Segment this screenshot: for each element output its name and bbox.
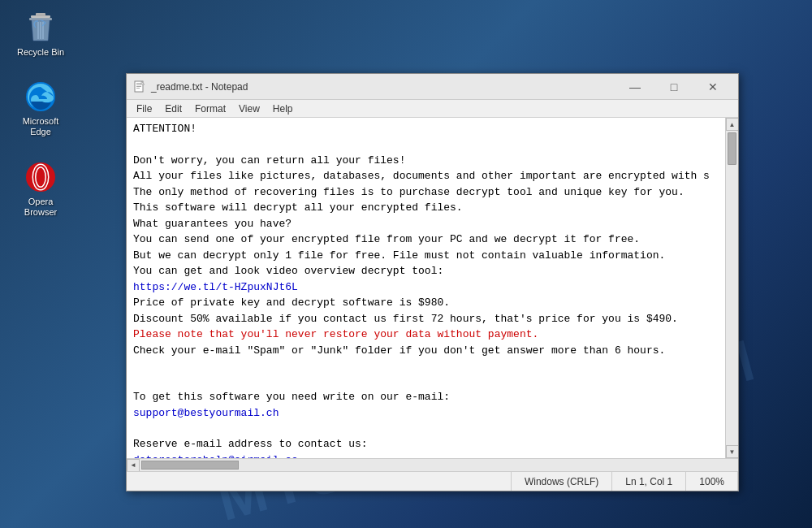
close-button[interactable]: ✕ xyxy=(694,76,732,98)
status-zoom: 100% xyxy=(686,472,738,491)
status-encoding: Windows (CRLF) xyxy=(512,472,612,491)
opera-label: Opera Browser xyxy=(11,197,70,218)
svg-rect-14 xyxy=(136,88,140,89)
scroll-down-arrow[interactable]: ▼ xyxy=(726,445,739,458)
scroll-thumb[interactable] xyxy=(728,132,736,165)
scroll-h-track xyxy=(140,459,725,471)
recycle-bin-image xyxy=(24,11,57,44)
menu-edit[interactable]: Edit xyxy=(158,102,188,116)
scroll-track xyxy=(726,131,738,445)
svg-rect-11 xyxy=(136,83,141,84)
edge-image xyxy=(24,80,57,113)
menu-format[interactable]: Format xyxy=(188,102,232,116)
menu-view[interactable]: View xyxy=(232,102,266,116)
vertical-scrollbar[interactable]: ▲ ▼ xyxy=(725,118,738,458)
title-bar: _readme.txt - Notepad — □ ✕ xyxy=(127,74,738,100)
notepad-window: _readme.txt - Notepad — □ ✕ File Edit Fo… xyxy=(126,73,739,491)
maximize-button[interactable]: □ xyxy=(655,76,693,98)
recycle-bin-icon[interactable]: Recycle Bin xyxy=(8,8,73,61)
opera-browser-icon[interactable]: Opera Browser xyxy=(8,158,73,221)
edge-label: Microsoft Edge xyxy=(11,116,70,137)
scroll-left-arrow[interactable]: ◄ xyxy=(127,459,140,472)
status-empty xyxy=(127,472,512,491)
svg-rect-13 xyxy=(136,86,141,87)
menu-bar: File Edit Format View Help xyxy=(127,100,738,118)
desktop-icons-area: Recycle Bin Microsoft Edge Opera Browser xyxy=(0,0,81,229)
menu-help[interactable]: Help xyxy=(266,102,300,116)
horizontal-scrollbar[interactable]: ◄ xyxy=(127,458,738,471)
status-position: Ln 1, Col 1 xyxy=(612,472,686,491)
opera-image xyxy=(24,161,57,193)
minimize-button[interactable]: — xyxy=(616,76,654,98)
microsoft-edge-icon[interactable]: Microsoft Edge xyxy=(8,77,73,141)
recycle-bin-label: Recycle Bin xyxy=(17,47,64,58)
menu-file[interactable]: File xyxy=(130,102,158,116)
status-bar: Windows (CRLF) Ln 1, Col 1 100% xyxy=(127,471,738,491)
window-controls: — □ ✕ xyxy=(616,76,732,98)
notepad-title: _readme.txt - Notepad xyxy=(151,81,616,93)
scroll-up-arrow[interactable]: ▲ xyxy=(726,118,739,131)
svg-rect-1 xyxy=(36,13,45,16)
notepad-content-area: ATTENTION!Don't worry, you can return al… xyxy=(127,118,738,458)
scrollbar-corner xyxy=(725,459,738,472)
svg-rect-12 xyxy=(136,84,141,85)
scroll-h-thumb[interactable] xyxy=(141,461,239,470)
text-content[interactable]: ATTENTION!Don't worry, you can return al… xyxy=(127,118,725,458)
notepad-title-icon xyxy=(133,80,146,93)
